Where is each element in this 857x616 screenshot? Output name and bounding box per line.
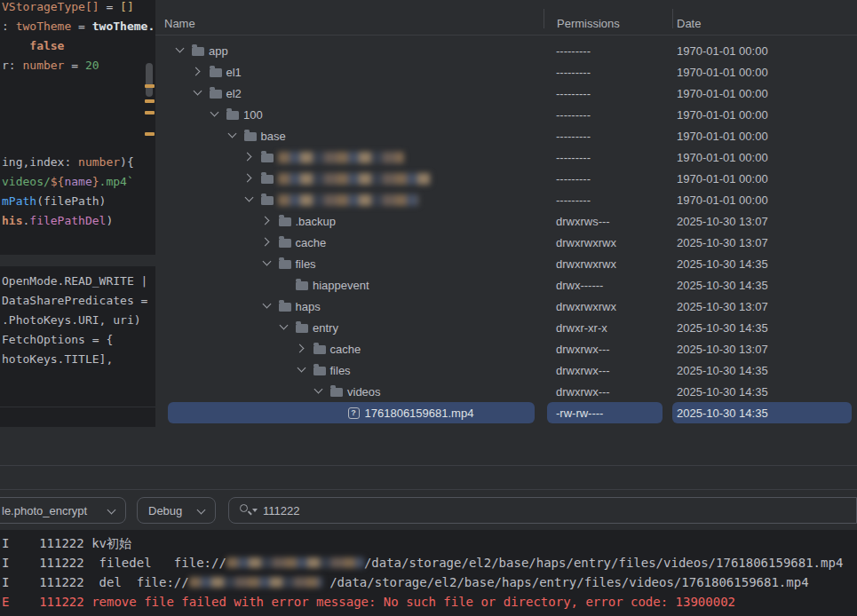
tree-date-cell: 1970-01-01 00:00 xyxy=(672,61,857,83)
search-icon[interactable] xyxy=(240,503,258,517)
tree-name-cell: 100 xyxy=(155,104,544,125)
log-output[interactable]: I 111222 kv初始I 111222 filedel file:///da… xyxy=(0,530,857,616)
tree-row-redacted-2[interactable]: ---------1970-01-01 00:00 xyxy=(155,168,857,189)
tree-date-cell: 1970-01-01 00:00 xyxy=(672,168,857,189)
tree-row-cache[interactable]: cachedrwxrwx---2025-10-30 13:07 xyxy=(155,338,857,359)
tree-name-cell xyxy=(155,189,544,210)
chevron-right-icon[interactable] xyxy=(193,67,203,77)
column-separator[interactable] xyxy=(544,9,544,28)
tree-date-pill: 2025-10-30 13:07 xyxy=(672,210,852,232)
chevron-down-icon[interactable] xyxy=(175,45,186,56)
tree-date-cell: 1970-01-01 00:00 xyxy=(672,40,857,61)
code-token: TITLE xyxy=(64,352,99,366)
code-editor-panel[interactable]: VStorageType[] = []: twoTheme = twoTheme… xyxy=(0,0,155,427)
column-header-date: Date xyxy=(677,17,701,30)
tree-row-el1[interactable]: el1---------1970-01-01 00:00 xyxy=(155,61,857,83)
log-search-input[interactable] xyxy=(263,504,856,517)
change-marker-icon xyxy=(145,132,155,136)
date-value: 2025-10-30 13:07 xyxy=(677,215,768,228)
permissions-value: --------- xyxy=(556,66,591,79)
tree-row-cache[interactable]: cachedrwxrwxrwx2025-10-30 13:07 xyxy=(155,232,857,253)
tree-row-hiappevent[interactable]: hiappeventdrwx------2025-10-30 14:35 xyxy=(155,274,857,296)
tree-date-pill: 1970-01-01 00:00 xyxy=(672,125,852,146)
chevron-down-icon[interactable] xyxy=(210,109,220,120)
code-line: mPath(filePath) xyxy=(2,192,143,211)
chevron-down-icon[interactable] xyxy=(262,301,273,312)
tree-permissions-pill: drwxrwx--- xyxy=(547,359,663,381)
log-search-box[interactable] xyxy=(228,497,857,524)
permissions-value: drwxr-xr-x xyxy=(556,321,607,335)
code-token: ) xyxy=(134,313,141,327)
chevron-down-icon[interactable] xyxy=(279,322,290,333)
tree-date-pill: 1970-01-01 00:00 xyxy=(672,104,852,125)
tree-date-cell: 2025-10-30 13:07 xyxy=(672,338,857,359)
chevron-right-icon[interactable] xyxy=(244,152,255,162)
tree-date-cell: 1970-01-01 00:00 xyxy=(672,146,857,168)
chevron-down-icon[interactable] xyxy=(227,130,238,141)
code-line: r: number = 20 xyxy=(2,56,143,75)
tree-row-files[interactable]: filesdrwxrwx---2025-10-30 14:35 xyxy=(155,359,857,381)
tree-row-app[interactable]: app---------1970-01-01 00:00 xyxy=(155,40,857,61)
redacted-log-text xyxy=(189,577,322,588)
tree-name-pill: cache xyxy=(168,338,535,359)
tree-indent xyxy=(168,349,297,350)
tree-item-label: hiappevent xyxy=(313,279,369,292)
chevron-down-icon[interactable] xyxy=(244,194,255,205)
tree-indent xyxy=(168,221,262,222)
tree-row-el2[interactable]: el2---------1970-01-01 00:00 xyxy=(155,83,857,104)
code-line: his.filePathDel) xyxy=(2,211,143,231)
tree-name-cell: ?1761806159681.mp4 xyxy=(155,402,544,423)
date-value: 2025-10-30 14:35 xyxy=(677,385,768,399)
tree-permissions-cell: --------- xyxy=(544,168,672,189)
chevron-down-icon[interactable] xyxy=(193,88,203,99)
tree-row-haps[interactable]: hapsdrwxrwxrwx2025-10-30 13:07 xyxy=(155,296,857,317)
code-token: filePathDel xyxy=(29,214,106,227)
chevron-down-icon[interactable] xyxy=(313,386,324,397)
column-separator[interactable] xyxy=(672,9,673,28)
date-value: 1970-01-01 00:00 xyxy=(677,130,768,143)
chevron-right-icon[interactable] xyxy=(244,173,255,184)
code-token: ing, xyxy=(2,155,29,169)
tree-permissions-pill: --------- xyxy=(547,83,663,104)
chevron-right-icon[interactable] xyxy=(297,344,307,354)
tree-row-.backup[interactable]: .backupdrwxrws---2025-10-30 13:07 xyxy=(155,210,857,232)
tree-permissions-cell: drwxrwx--- xyxy=(544,381,672,402)
log-panel-header-strip xyxy=(0,466,857,490)
tree-date-pill: 1970-01-01 00:00 xyxy=(672,83,852,104)
tree-date-cell: 2025-10-30 14:35 xyxy=(672,317,857,338)
folder-icon xyxy=(313,367,326,375)
code-token: false xyxy=(29,39,64,52)
code-token: ) xyxy=(106,214,113,227)
log-line: E 111222 remove file failed with error m… xyxy=(2,592,857,612)
tree-date-cell: 2025-10-30 13:07 xyxy=(672,296,857,317)
tree-permissions-pill: drwxr-xr-x xyxy=(547,317,663,338)
code-line: ing,index: number){ xyxy=(2,153,143,172)
log-text: /data/storage/el2/base/haps/entry/files/… xyxy=(364,556,843,570)
log-text: /data/storage/el2/base/haps/entry/files/… xyxy=(322,575,809,589)
editor-scrollbar[interactable] xyxy=(145,0,154,427)
log-level-dropdown[interactable]: Debug xyxy=(137,497,216,524)
tree-row-1761806159681.mp4[interactable]: ?1761806159681.mp4-rw-rw----2025-10-30 1… xyxy=(155,402,857,423)
chevron-down-icon[interactable] xyxy=(297,365,307,375)
tree-row-files[interactable]: filesdrwxrwxrwx2025-10-30 14:35 xyxy=(155,253,857,274)
tree-row-base[interactable]: base---------1970-01-01 00:00 xyxy=(155,125,857,146)
permissions-value: --------- xyxy=(556,87,591,100)
tree-row-videos[interactable]: videosdrwxrwx---2025-10-30 14:35 xyxy=(155,381,857,402)
chevron-right-icon[interactable] xyxy=(262,237,273,248)
tree-row-100[interactable]: 100---------1970-01-01 00:00 xyxy=(155,104,857,125)
column-header-name: Name xyxy=(164,17,195,30)
tree-date-pill: 2025-10-30 14:35 xyxy=(672,253,852,274)
chevron-right-icon[interactable] xyxy=(262,216,273,226)
tree-row-entry[interactable]: entrydrwxr-xr-x2025-10-30 14:35 xyxy=(155,317,857,338)
tree-item-label: 1761806159681.mp4 xyxy=(365,407,474,420)
tree-name-pill xyxy=(168,189,535,210)
tree-row-redacted-3[interactable]: ---------1970-01-01 00:00 xyxy=(155,189,857,210)
tree-permissions-pill: -rw-rw---- xyxy=(547,402,663,423)
chevron-down-icon[interactable] xyxy=(262,258,273,269)
tree-date-cell: 1970-01-01 00:00 xyxy=(672,189,857,210)
editor-scrollbar-thumb[interactable] xyxy=(146,63,153,97)
tree-row-redacted-1[interactable]: ---------1970-01-01 00:00 xyxy=(155,146,857,168)
tree-name-pill: files xyxy=(168,253,535,274)
code-token: twoTheme xyxy=(16,20,72,33)
log-scope-dropdown[interactable]: le.photo_encrypt xyxy=(0,497,126,524)
